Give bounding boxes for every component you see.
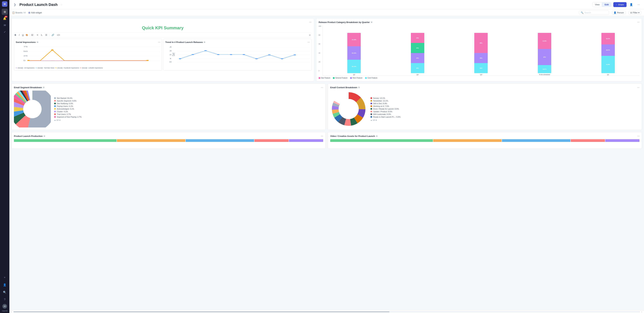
svg-point-61	[338, 99, 359, 119]
bar-q4: 25% 25% 25% 25% Q4	[388, 33, 448, 76]
collapse-button[interactable]: ❯	[12, 2, 18, 8]
stacked-bar-area: 100 80 60 40 20 0 33.33%	[319, 25, 640, 76]
email-content-filter-icon[interactable]: ⊟	[358, 86, 360, 88]
bold-button[interactable]: B	[14, 34, 17, 36]
trend-releases-chart: 4 3 2 1 0	[165, 45, 310, 66]
kpi-title: Quick KPI Summary	[14, 25, 312, 30]
scroll-left-arrow[interactable]: ‹	[12, 311, 12, 313]
ordered-list-button[interactable]: 1.	[40, 34, 43, 36]
svg-point-29	[281, 58, 284, 60]
sidebar-item-notifications[interactable]: 🔔 17	[2, 16, 8, 22]
bottombar: ‹ ›	[10, 310, 644, 313]
svg-point-23	[204, 50, 207, 51]
product-launch-production-title: Product Launch Production	[14, 135, 42, 138]
share-button[interactable]: ↑ Share	[613, 2, 626, 7]
social-impressions-widget: Social Impressions ⊟ ··· 75 50 25 0	[14, 39, 162, 70]
vc-filter-icon[interactable]: ⊟	[376, 135, 378, 137]
notification-badge: 17	[4, 16, 8, 18]
view-button[interactable]: View	[592, 2, 602, 7]
add-icon: ⊕	[28, 11, 30, 14]
bars-area: 33.33% 33.33% 33.33% Q2 25% 25%	[322, 25, 640, 76]
email-content-pie-container: Survey: 13.1% Newsletter: 12.1% Still in…	[330, 90, 640, 128]
video-creative-widget: Video / Creative Assets for Product Laun…	[328, 132, 642, 149]
email-content-legend: Survey: 13.1% Newsletter: 12.1% Still in…	[370, 97, 400, 121]
star-icon[interactable]: ☆	[60, 3, 62, 6]
svg-point-9	[51, 50, 54, 50]
release-menu-button[interactable]: ···	[637, 21, 640, 24]
social-legend: (Social) - Ad Impressions (Social) - You…	[16, 67, 160, 69]
email-segment-chart	[14, 90, 51, 128]
svg-text:0: 0	[24, 60, 26, 62]
sidebar-item-tasks[interactable]: ✓	[2, 29, 8, 35]
svg-text:3: 3	[170, 50, 172, 52]
add-widget-button[interactable]: ⊕ Add widget	[28, 11, 42, 14]
sidebar-item-people[interactable]: 👤	[2, 282, 8, 288]
svg-point-26	[243, 54, 245, 55]
main-area: ❯ Product Launch Dash ☆ View Edit ↑ Shar…	[10, 0, 644, 313]
align-button[interactable]: ☰	[44, 34, 48, 36]
email-segment-legend: Not Started: 53.4% Specific Segment: 9.6…	[54, 97, 82, 121]
trend-menu-button[interactable]: ···	[308, 40, 310, 44]
bar-q2: 33.33% 33.33% 33.33% Q2	[324, 33, 384, 76]
search-box[interactable]: 🔍 Search	[579, 10, 609, 15]
list-button[interactable]: ≡	[36, 34, 39, 36]
sidebar-logo[interactable]: M	[2, 1, 8, 7]
kpi-menu-button[interactable]: ···	[309, 21, 312, 24]
svg-text:Count: Count	[172, 53, 176, 56]
svg-point-28	[268, 54, 271, 55]
release-filter-icon[interactable]: ⊟	[371, 21, 372, 23]
kpi-card: ··· Quick KPI Summary B I U 🎨 32 ≡ 1. ☰	[12, 18, 314, 81]
svg-text:2: 2	[170, 54, 172, 56]
plp-menu-button[interactable]: ···	[321, 134, 323, 138]
email-content-menu-button[interactable]: ···	[637, 86, 640, 89]
code-button[interactable]: </>	[56, 34, 61, 36]
font-size[interactable]: 32	[31, 34, 33, 36]
plp-filter-icon[interactable]: ⊟	[44, 135, 45, 137]
scroll-right-arrow[interactable]: ›	[641, 311, 642, 313]
social-menu-button[interactable]: ···	[158, 40, 160, 44]
email-segment-widget: Email Segment Breakdown ⊟ ···	[12, 83, 326, 130]
edit-button[interactable]: Edit	[602, 2, 611, 7]
emoji-button[interactable]: ☺	[308, 34, 312, 36]
underline-button[interactable]: U	[22, 34, 24, 36]
svg-text:50: 50	[24, 50, 28, 52]
svg-text:4: 4	[170, 46, 172, 48]
kpi-charts-row: Social Impressions ⊟ ··· 75 50 25 0	[14, 39, 312, 70]
svg-text:1: 1	[170, 58, 172, 60]
sidebar-item-help[interactable]: ?	[2, 296, 8, 302]
page-title: Product Launch Dash	[20, 2, 58, 7]
logo-text: M	[4, 3, 6, 5]
sidebar-item-inbox[interactable]: ✉	[2, 22, 8, 28]
trend-filter-icon[interactable]: ⊟	[204, 41, 205, 43]
italic-button[interactable]: I	[18, 34, 20, 36]
more-button[interactable]: ···	[636, 2, 641, 8]
svg-point-21	[179, 58, 181, 60]
link-button[interactable]: 🔗	[51, 34, 55, 36]
breadcrumb: 📋 Boards / 4	[12, 12, 26, 14]
social-filter-icon[interactable]: ⊟	[37, 41, 38, 43]
color-picker-icon[interactable]: 🎨	[26, 34, 28, 36]
upgrade-label[interactable]: Upgrade	[2, 310, 8, 312]
person-icon: 👤	[614, 12, 616, 14]
avatar[interactable]: JD	[2, 304, 7, 309]
svg-point-30	[294, 54, 296, 55]
filter-button[interactable]: ⊟ Filter ▾	[628, 11, 641, 14]
social-impressions-title: Social Impressions	[16, 41, 36, 44]
sidebar-item-boards[interactable]: +	[2, 274, 8, 280]
video-creative-title: Video / Creative Assets for Product Laun…	[330, 135, 375, 138]
share-icon: ↑	[616, 3, 617, 6]
sidebar-item-search[interactable]: 🔍	[2, 289, 8, 295]
plp-bar	[14, 139, 323, 142]
svg-point-27	[256, 58, 258, 60]
email-content-widget: Email Content Breakdown ⊟ ···	[328, 83, 642, 130]
release-category-widget: Release Product Category Breakdown by Qu…	[316, 18, 642, 81]
email-segment-menu-button[interactable]: ···	[321, 86, 323, 89]
email-segment-filter-icon[interactable]: ⊟	[43, 86, 44, 88]
profile-button[interactable]: 👤	[628, 2, 634, 8]
vc-menu-button[interactable]: ···	[637, 134, 640, 138]
vc-bar	[330, 139, 640, 142]
person-filter-button[interactable]: 👤 Person	[612, 11, 626, 14]
y-axis: 100 80 60 40 20 0	[319, 25, 321, 76]
secondbar: 📋 Boards / 4 ⊕ Add widget 🔍 Search 👤 Per…	[10, 10, 644, 16]
sidebar-item-home[interactable]: ⊞	[2, 9, 8, 15]
